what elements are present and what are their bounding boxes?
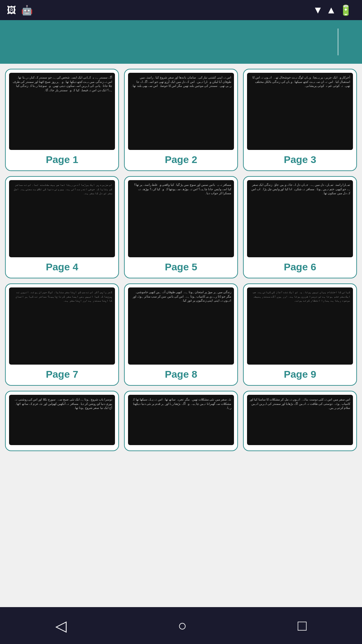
page-thumbnail-12: اس سفر میں اس نے کئی دوست بنائے۔ انہوں ن… (247, 395, 353, 445)
page-thumbnail-text-2: اس نے اپنی کشتی تیار کی۔ سامان باندھا او… (128, 73, 234, 150)
page-label-9: Page 9 (284, 369, 316, 380)
page-thumbnail-9: کہانی کا اختتام یہاں نہیں ہوتا۔ یہ تو ای… (247, 287, 353, 365)
page-thumbnail-text-3: آخرکار وہ ایک جزیرے پر پہنچا۔ وہاں لوگ ب… (247, 73, 353, 150)
signal-icon: ▲ (326, 4, 336, 16)
page-card-10[interactable]: دوسرا باب شروع ہوتا ہے ایک نئی صبح سے۔ س… (5, 391, 119, 451)
image-icon: 🖼 (7, 5, 16, 16)
page-thumbnail-5: مسافر نے یہ باتیں سنیں اور سوچ میں پڑ گی… (128, 180, 234, 257)
page-label-3: Page 3 (284, 154, 316, 165)
page-thumbnail-1: آگے سمندر ہے یہ کہانی ایک ایسے شخص کی ہے… (9, 73, 115, 150)
page-label-5: Page 5 (165, 261, 197, 273)
page-thumbnail-text-1: آگے سمندر ہے یہ کہانی ایک ایسے شخص کی ہے… (9, 73, 115, 150)
page-thumbnail-text-11: نئے سفر میں نئی مشکلات تھیں۔ مگر تجربہ س… (128, 395, 234, 445)
page-card-8[interactable]: زندگی میں ہر موڑ پر امتحان ہوتا ہے۔ کبھی… (124, 283, 238, 386)
battery-icon: 🔋 (340, 4, 352, 16)
page-thumbnail-text-5: مسافر نے یہ باتیں سنیں اور سوچ میں پڑ گی… (128, 180, 234, 257)
page-label-7: Page 7 (46, 369, 78, 380)
page-card-3[interactable]: آخرکار وہ ایک جزیرے پر پہنچا۔ وہاں لوگ ب… (243, 69, 357, 171)
page-thumbnail-text-6: تمہارا راستہ تمہارے دل میں ہے۔ جہاں دل ل… (247, 180, 353, 257)
recent-button[interactable]: □ (284, 614, 320, 637)
page-thumbnail-text-12: اس سفر میں اس نے کئی دوست بنائے۔ انہوں ن… (247, 395, 353, 445)
bottom-navigation: ◁ ○ □ (0, 607, 362, 644)
header-divider (338, 29, 339, 55)
page-thumbnail-11: نئے سفر میں نئی مشکلات تھیں۔ مگر تجربہ س… (128, 395, 234, 445)
app-header (0, 20, 362, 64)
page-thumbnail-6: تمہارا راستہ تمہارے دل میں ہے۔ جہاں دل ل… (247, 180, 353, 257)
page-thumbnail-text-10: دوسرا باب شروع ہوتا ہے ایک نئی صبح سے۔ س… (9, 395, 115, 445)
page-card-1[interactable]: آگے سمندر ہے یہ کہانی ایک ایسے شخص کی ہے… (5, 69, 119, 171)
page-thumbnail-text-9: کہانی کا اختتام یہاں نہیں ہوتا۔ یہ تو ای… (247, 287, 353, 365)
page-label-2: Page 2 (165, 154, 197, 165)
page-card-4[interactable]: اس جزیرے پر ایک بوڑھا آدمی رہتا تھا جو ب… (5, 176, 119, 278)
page-card-5[interactable]: مسافر نے یہ باتیں سنیں اور سوچ میں پڑ گی… (124, 176, 238, 278)
wifi-icon: ▼ (313, 4, 323, 16)
page-thumbnail-2: اس نے اپنی کشتی تیار کی۔ سامان باندھا او… (128, 73, 234, 150)
page-thumbnail-7: گھر واپس آکر اس نے سب کو اپنا سفر سنایا۔… (9, 287, 115, 365)
page-thumbnail-text-8: زندگی میں ہر موڑ پر امتحان ہوتا ہے۔ کبھی… (128, 287, 234, 365)
back-button[interactable]: ◁ (42, 614, 80, 638)
page-card-11[interactable]: نئے سفر میں نئی مشکلات تھیں۔ مگر تجربہ س… (124, 391, 238, 451)
page-card-7[interactable]: گھر واپس آکر اس نے سب کو اپنا سفر سنایا۔… (5, 283, 119, 386)
page-card-2[interactable]: اس نے اپنی کشتی تیار کی۔ سامان باندھا او… (124, 69, 238, 171)
page-thumbnail-8: زندگی میں ہر موڑ پر امتحان ہوتا ہے۔ کبھی… (128, 287, 234, 365)
pages-grid: آگے سمندر ہے یہ کہانی ایک ایسے شخص کی ہے… (0, 64, 362, 607)
page-label-6: Page 6 (284, 261, 316, 273)
page-thumbnail-text-7: گھر واپس آکر اس نے سب کو اپنا سفر سنایا۔… (9, 287, 115, 365)
page-label-8: Page 8 (165, 369, 197, 380)
page-card-12[interactable]: اس سفر میں اس نے کئی دوست بنائے۔ انہوں ن… (243, 391, 357, 451)
page-label-1: Page 1 (46, 154, 78, 165)
home-button[interactable]: ○ (164, 614, 200, 637)
page-thumbnail-4: اس جزیرے پر ایک بوڑھا آدمی رہتا تھا جو ب… (9, 180, 115, 257)
page-label-4: Page 4 (46, 261, 78, 273)
page-thumbnail-10: دوسرا باب شروع ہوتا ہے ایک نئی صبح سے۔ س… (9, 395, 115, 445)
page-card-6[interactable]: تمہارا راستہ تمہارے دل میں ہے۔ جہاں دل ل… (243, 176, 357, 278)
status-bar-right: ▼ ▲ 🔋 (313, 4, 355, 16)
status-bar-left: 🖼 🤖 (7, 5, 33, 16)
page-card-9[interactable]: کہانی کا اختتام یہاں نہیں ہوتا۔ یہ تو ای… (243, 283, 357, 386)
page-thumbnail-text-4: اس جزیرے پر ایک بوڑھا آدمی رہتا تھا جو ب… (9, 180, 115, 257)
android-icon: 🤖 (21, 5, 33, 16)
page-thumbnail-3: آخرکار وہ ایک جزیرے پر پہنچا۔ وہاں لوگ ب… (247, 73, 353, 150)
status-bar: 🖼 🤖 ▼ ▲ 🔋 (0, 0, 362, 20)
